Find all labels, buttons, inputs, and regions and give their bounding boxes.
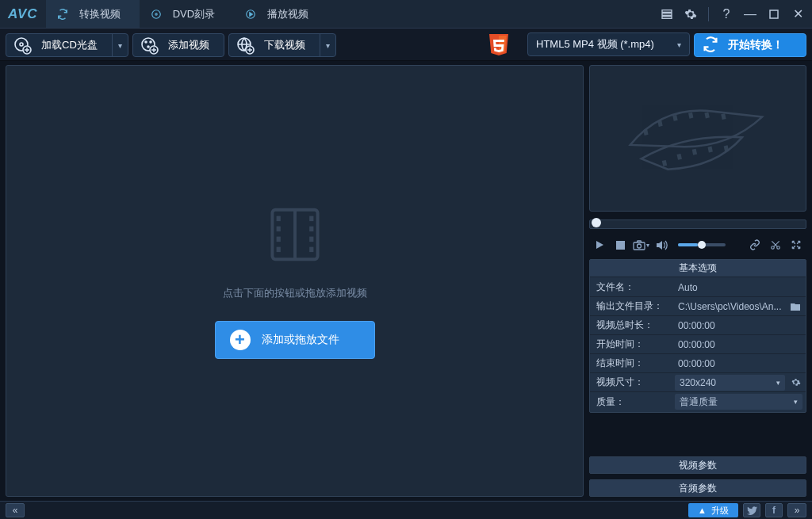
- disc-icon: [151, 9, 162, 20]
- svg-rect-23: [276, 246, 280, 252]
- film-strip-icon: [615, 76, 782, 200]
- play-icon: [245, 9, 256, 20]
- left-panel: 点击下面的按钮或拖放添加视频 + 添加或拖放文件: [0, 61, 587, 501]
- svg-marker-3: [250, 12, 253, 16]
- row-filename: 文件名： Auto: [590, 278, 806, 297]
- snapshot-button[interactable]: ▾: [632, 236, 649, 254]
- refresh-icon: [57, 9, 68, 20]
- browse-folder-icon[interactable]: [788, 300, 802, 314]
- convert-label: 开始转换！: [728, 38, 783, 52]
- video-size-label: 视频尺寸：: [590, 376, 675, 389]
- quality-label: 质量：: [590, 395, 675, 409]
- gear-icon[interactable]: [681, 5, 700, 24]
- svg-point-44: [772, 246, 775, 250]
- slider-thumb[interactable]: [592, 218, 601, 227]
- film-placeholder-icon: [264, 204, 326, 265]
- upgrade-label: 升级: [711, 505, 729, 517]
- filename-label: 文件名：: [590, 280, 675, 294]
- svg-rect-38: [724, 145, 729, 151]
- main-tabs: 转换视频 DVD刻录 播放视频: [46, 0, 327, 28]
- svg-point-13: [150, 41, 151, 43]
- load-cd-dropdown[interactable]: ▾: [112, 34, 128, 56]
- svg-rect-20: [276, 216, 280, 221]
- collapse-left-button[interactable]: «: [6, 503, 25, 517]
- close-button[interactable]: ✕: [788, 5, 807, 24]
- size-settings-icon[interactable]: [788, 376, 802, 390]
- maximize-button[interactable]: [764, 5, 783, 24]
- svg-point-1: [155, 13, 156, 14]
- svg-rect-27: [309, 246, 313, 252]
- volume-slider[interactable]: [678, 243, 726, 246]
- audio-params-button[interactable]: 音频参数: [589, 479, 806, 497]
- svg-point-0: [151, 10, 160, 18]
- toolbar: 加载CD光盘 ▾ 添加视频 下载视频 ▾ HTML5 MP4 视频 (*.mp4…: [0, 28, 812, 61]
- tab-convert-video[interactable]: 转换视频: [46, 0, 140, 28]
- svg-rect-32: [704, 112, 709, 118]
- link-icon[interactable]: [746, 236, 764, 254]
- facebook-icon[interactable]: f: [765, 503, 783, 517]
- svg-point-45: [777, 246, 780, 250]
- upgrade-button[interactable]: ▲ 升级: [688, 503, 738, 517]
- duration-value: 00:00:00: [675, 320, 806, 331]
- svg-rect-22: [276, 236, 280, 242]
- video-size-select[interactable]: 320x240▾: [675, 375, 785, 391]
- svg-rect-7: [770, 10, 778, 18]
- right-panel: ▾ 基本选项 文件名： Auto 输出文件目录： C:\Users\pc\Vid…: [587, 61, 812, 501]
- quality-select[interactable]: 普通质量▾: [675, 394, 802, 410]
- svg-rect-33: [721, 113, 726, 120]
- output-dir-value[interactable]: C:\Users\pc\Videos\An...: [675, 301, 788, 312]
- add-video-button[interactable]: 添加视频: [132, 33, 224, 57]
- convert-icon: [703, 36, 718, 55]
- svg-rect-25: [309, 226, 313, 231]
- expand-icon[interactable]: [787, 236, 805, 254]
- row-output-dir: 输出文件目录： C:\Users\pc\Videos\An...: [590, 297, 806, 316]
- row-duration: 视频总时长： 00:00:00: [590, 316, 806, 335]
- drop-zone[interactable]: 点击下面的按钮或拖放添加视频 + 添加或拖放文件: [6, 65, 584, 497]
- panel-title-basic: 基本选项: [590, 260, 806, 277]
- svg-rect-21: [276, 226, 280, 231]
- preview-panel: [589, 65, 806, 212]
- add-or-drop-button[interactable]: + 添加或拖放文件: [215, 321, 375, 359]
- collapse-right-button[interactable]: »: [787, 503, 806, 517]
- format-zone: HTML5 MP4 视频 (*.mp4) ▾: [475, 33, 690, 55]
- plus-circle-icon: +: [230, 330, 251, 350]
- tab-play-video[interactable]: 播放视频: [234, 0, 327, 28]
- chevron-down-icon: ▾: [677, 40, 681, 49]
- format-icon-button[interactable]: [475, 32, 523, 56]
- video-params-button[interactable]: 视频参数: [589, 456, 806, 474]
- format-select[interactable]: HTML5 MP4 视频 (*.mp4) ▾: [527, 32, 690, 56]
- download-dropdown[interactable]: ▾: [320, 34, 335, 56]
- cut-icon[interactable]: [767, 236, 784, 254]
- end-time-value[interactable]: 00:00:00: [675, 358, 806, 369]
- help-icon[interactable]: ?: [717, 5, 736, 24]
- play-button[interactable]: [591, 236, 608, 254]
- filename-value[interactable]: Auto: [675, 282, 806, 293]
- titlebar: AVC 转换视频 DVD刻录 播放视频 ? — ✕: [0, 0, 812, 28]
- stop-button[interactable]: [611, 236, 629, 254]
- start-convert-button[interactable]: 开始转换！: [694, 33, 806, 57]
- options-icon[interactable]: [657, 5, 676, 24]
- output-dir-label: 输出文件目录：: [590, 300, 675, 313]
- start-time-label: 开始时间：: [590, 338, 675, 351]
- start-time-value[interactable]: 00:00:00: [675, 339, 806, 350]
- twitter-icon[interactable]: [743, 503, 760, 517]
- minimize-button[interactable]: —: [741, 5, 760, 24]
- svg-rect-4: [662, 10, 672, 12]
- download-video-button[interactable]: 下载视频 ▾: [228, 33, 336, 57]
- basic-options-panel: 基本选项 文件名： Auto 输出文件目录： C:\Users\pc\Video…: [589, 259, 806, 413]
- playback-controls: ▾: [589, 234, 806, 256]
- titlebar-controls: ? — ✕: [657, 5, 807, 24]
- html5-icon: [485, 32, 512, 56]
- format-selected-value: HTML5 MP4 视频 (*.mp4): [536, 37, 654, 52]
- row-end-time: 结束时间： 00:00:00: [590, 354, 806, 373]
- svg-rect-36: [692, 148, 697, 155]
- drop-hint-text: 点击下面的按钮或拖放添加视频: [223, 286, 367, 300]
- svg-rect-37: [707, 146, 712, 152]
- tab-dvd-burn[interactable]: DVD刻录: [140, 0, 234, 28]
- volume-icon[interactable]: [653, 236, 670, 254]
- svg-rect-24: [309, 216, 313, 221]
- load-cd-button[interactable]: 加载CD光盘 ▾: [6, 33, 128, 57]
- playback-slider[interactable]: [589, 219, 806, 229]
- svg-rect-6: [662, 16, 672, 18]
- svg-rect-5: [662, 13, 672, 15]
